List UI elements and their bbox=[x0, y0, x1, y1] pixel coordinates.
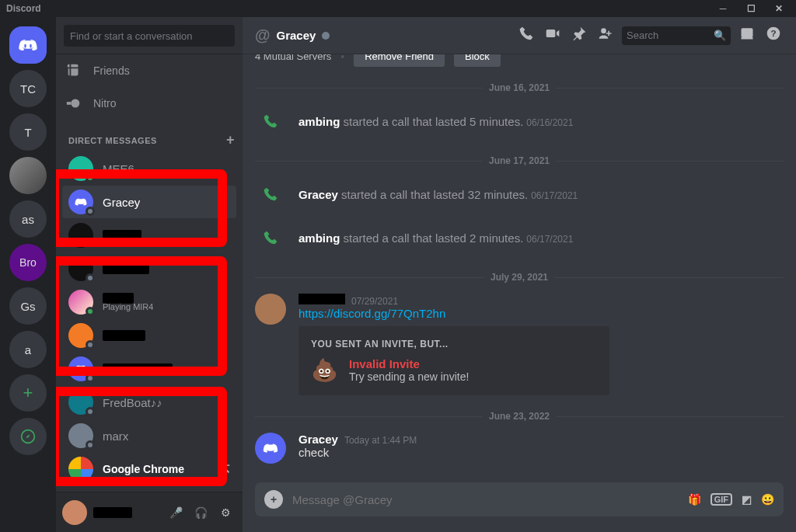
dm-avatar bbox=[68, 290, 93, 315]
remove-friend-button[interactable]: Remove Friend bbox=[354, 54, 445, 67]
friends-tab[interactable]: Friends bbox=[56, 54, 243, 87]
svg-point-1 bbox=[71, 99, 79, 108]
call-entry: ambing started a call that lasted 5 minu… bbox=[255, 103, 784, 146]
message-avatar[interactable] bbox=[255, 294, 286, 325]
chat-header: @ Gracey Search 🔍 ? bbox=[243, 17, 796, 54]
guild-item[interactable]: TC bbox=[9, 70, 47, 107]
gift-button[interactable]: 🎁 bbox=[688, 493, 701, 506]
dm-avatar bbox=[68, 390, 93, 415]
deafen-button[interactable]: 🎧 bbox=[190, 506, 211, 519]
explore-button[interactable] bbox=[9, 418, 47, 455]
self-avatar[interactable] bbox=[62, 500, 87, 525]
dm-item[interactable]: Playing MIR4 bbox=[62, 286, 236, 318]
guild-item[interactable]: Gs bbox=[9, 287, 47, 325]
new-dm-button[interactable]: + bbox=[226, 132, 235, 148]
dm-name bbox=[103, 363, 173, 374]
dm-item[interactable] bbox=[62, 252, 236, 285]
guild-item[interactable]: as bbox=[9, 200, 47, 238]
dm-name: MEE6 bbox=[103, 162, 134, 176]
dm-avatar bbox=[68, 356, 93, 381]
mute-button[interactable]: 🎤 bbox=[165, 506, 187, 519]
maximize-button[interactable]: ☐ bbox=[740, 3, 762, 14]
guild-item[interactable]: a bbox=[9, 331, 47, 368]
svg-rect-6 bbox=[742, 37, 753, 40]
message-input[interactable] bbox=[292, 493, 679, 506]
chat-search-placeholder: Search bbox=[627, 30, 658, 41]
invite-link[interactable]: https://discord.gg/77QnT2hn bbox=[298, 307, 784, 320]
dm-name: Gracey bbox=[103, 196, 140, 209]
window-controls: ─ ☐ ✕ bbox=[712, 3, 790, 14]
compass-icon bbox=[20, 429, 36, 444]
dm-search-container: Find or start a conversation bbox=[56, 17, 243, 54]
dm-item[interactable]: FredBoat♪♪ bbox=[62, 386, 236, 419]
dm-scroll: Friends Nitro DIRECT MESSAGES + MEE6Grac… bbox=[56, 54, 243, 492]
add-server-button[interactable]: + bbox=[9, 374, 47, 412]
close-button[interactable]: ✕ bbox=[768, 3, 790, 14]
chat-scroll[interactable]: Gracey This is the beginning of your dir… bbox=[243, 54, 796, 482]
nitro-tab[interactable]: Nitro bbox=[56, 87, 243, 120]
chat-input-area: + 🎁 GIF ◩ 😀 bbox=[243, 482, 796, 532]
guild-item[interactable] bbox=[9, 157, 47, 194]
call-icon bbox=[255, 222, 286, 253]
app-title: Discord bbox=[6, 3, 41, 14]
dm-item[interactable] bbox=[62, 319, 236, 352]
svg-text:?: ? bbox=[770, 28, 776, 38]
dm-header-label: DIRECT MESSAGES bbox=[68, 136, 157, 145]
dm-search[interactable]: Find or start a conversation bbox=[64, 25, 235, 47]
message-timestamp: 07/29/2021 bbox=[351, 296, 398, 307]
at-icon: @ bbox=[255, 26, 271, 44]
invalid-invite-title: Invalid Invite bbox=[349, 357, 469, 370]
dm-avatar bbox=[68, 156, 93, 181]
dm-item[interactable]: marx bbox=[62, 419, 236, 452]
attach-button[interactable]: + bbox=[264, 490, 283, 509]
dm-name bbox=[103, 230, 141, 241]
dm-item[interactable]: Gracey bbox=[62, 186, 236, 218]
block-button[interactable]: Block bbox=[454, 54, 501, 67]
message-content: check bbox=[298, 446, 784, 459]
video-call-button[interactable] bbox=[543, 26, 563, 45]
date-divider: June 16, 2021 bbox=[255, 82, 784, 93]
screen-share-icon[interactable]: ⇱ bbox=[221, 463, 230, 475]
friends-icon bbox=[65, 62, 82, 79]
dm-avatar bbox=[68, 256, 93, 281]
call-icon bbox=[255, 179, 286, 210]
activity-chrome[interactable]: Google Chrome ⇱ bbox=[62, 453, 236, 485]
dm-activity: Playing MIR4 bbox=[103, 302, 153, 311]
invite-embed-header: YOU SENT AN INVITE, BUT... bbox=[311, 339, 597, 349]
message-author[interactable]: Gracey bbox=[298, 433, 338, 446]
guild-item[interactable]: Bro bbox=[9, 244, 47, 281]
mutual-servers[interactable]: 4 Mutual Servers bbox=[255, 54, 331, 62]
dm-name: FredBoat♪♪ bbox=[103, 396, 162, 409]
minimize-button[interactable]: ─ bbox=[712, 3, 734, 14]
pinned-messages-button[interactable] bbox=[569, 26, 589, 45]
inbox-button[interactable] bbox=[737, 26, 757, 45]
invalid-invite-icon: 💩 bbox=[311, 357, 338, 383]
emoji-button[interactable]: 😀 bbox=[761, 493, 774, 506]
message-avatar[interactable] bbox=[255, 433, 286, 464]
guild-sidebar: TCTasBroGsa+ bbox=[0, 17, 56, 532]
nitro-icon bbox=[65, 95, 82, 112]
svg-rect-2 bbox=[67, 102, 72, 105]
message-timestamp: Today at 1:44 PM bbox=[344, 435, 417, 446]
dm-sidebar: Find or start a conversation Friends Nit… bbox=[56, 17, 243, 532]
sticker-button[interactable]: ◩ bbox=[742, 493, 752, 506]
home-button[interactable] bbox=[9, 26, 47, 64]
chat-column: @ Gracey Search 🔍 ? Gracey This is the b… bbox=[243, 17, 796, 532]
dm-item[interactable]: MEE6 bbox=[62, 152, 236, 185]
chat-search[interactable]: Search 🔍 bbox=[622, 26, 731, 45]
settings-button[interactable]: ⚙ bbox=[215, 506, 236, 519]
dm-name bbox=[103, 330, 145, 341]
add-friends-button[interactable] bbox=[595, 26, 616, 45]
titlebar: Discord ─ ☐ ✕ bbox=[0, 0, 796, 17]
dm-item[interactable] bbox=[62, 219, 236, 252]
dm-item[interactable] bbox=[62, 353, 236, 385]
gif-button[interactable]: GIF bbox=[710, 493, 732, 506]
message-author[interactable] bbox=[298, 294, 345, 304]
guild-item[interactable]: T bbox=[9, 113, 47, 151]
message-input-box: + 🎁 GIF ◩ 😀 bbox=[255, 482, 784, 516]
date-divider: June 17, 2021 bbox=[255, 155, 784, 166]
help-button[interactable]: ? bbox=[763, 26, 784, 45]
dm-avatar bbox=[68, 223, 93, 248]
voice-call-button[interactable] bbox=[516, 26, 536, 45]
dm-avatar bbox=[68, 190, 93, 214]
